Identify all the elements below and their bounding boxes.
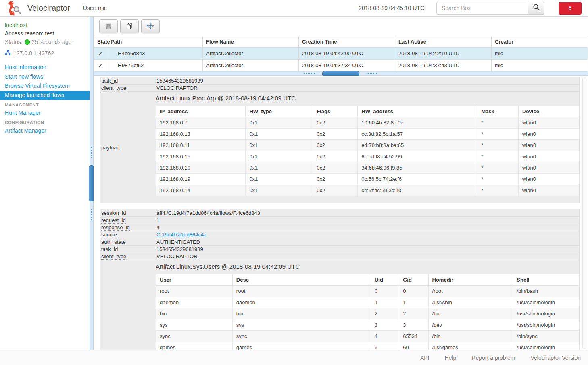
vertical-splitter[interactable] bbox=[90, 17, 94, 350]
sidebar-item-host-information[interactable]: Host Information bbox=[0, 63, 90, 72]
cell-homedir: /root bbox=[428, 286, 513, 297]
cell-hw-address: c4:9f:4c:59:3c:10 bbox=[358, 185, 477, 196]
trash-icon bbox=[104, 22, 113, 31]
artifact-column-header: Mask bbox=[477, 106, 519, 117]
cell-homedir: /bin bbox=[428, 331, 513, 342]
cell-device: wlan0 bbox=[518, 129, 579, 140]
flows-table: State Path Flow Name Creation Time Last … bbox=[94, 36, 588, 72]
cell-uid: 1 bbox=[371, 297, 399, 308]
cell-ip-address: 192.168.0.13 bbox=[156, 129, 246, 140]
search-icon bbox=[533, 4, 540, 12]
users-artifact-table: UserDescUidGidHomedirShell root root bbox=[156, 274, 579, 350]
search-button[interactable] bbox=[528, 2, 544, 15]
detail-row: request_id 1 bbox=[100, 217, 579, 224]
cell-uid: 5 bbox=[371, 342, 399, 350]
notification-count-button[interactable]: 6 bbox=[559, 2, 582, 15]
cell-mask: * bbox=[477, 129, 519, 140]
cell-user: games bbox=[156, 342, 233, 350]
flow-creation-time: 2018-08-19 04:42:00 UTC bbox=[299, 48, 395, 60]
cell-hw-type: 0x1 bbox=[246, 140, 313, 151]
cell-uid: 4 bbox=[371, 331, 399, 342]
detail-value: VELOCIRAPTOR bbox=[156, 85, 198, 91]
detail-row: session_id aff4:/C.19d4f7a1dd864c4a/flow… bbox=[100, 209, 579, 217]
artifact-data-row: 192.168.0.7 0x1 0x2 10:60:4b:82:8c:0e * … bbox=[156, 117, 579, 129]
flow-row[interactable]: ✓ F.9876bf62 ArtifactCollector 2018-08-1… bbox=[94, 60, 588, 72]
detail-value: aff4:/C.19d4f7a1dd864c4a/flows/F.4ce6d84… bbox=[156, 210, 260, 216]
flow-row-selected[interactable]: ✓ F.4ce6d843 ArtifactCollector 2018-08-1… bbox=[94, 48, 588, 60]
artifact-data-row: daemon daemon 1 1 /usr/sbin /usr/sbin/no… bbox=[156, 297, 579, 308]
col-path: Path bbox=[107, 36, 203, 48]
cell-flags: 0x2 bbox=[313, 174, 358, 185]
payload-key: payload bbox=[101, 145, 120, 151]
host-name-link[interactable]: localhost bbox=[5, 22, 85, 28]
cell-user: sync bbox=[156, 331, 233, 342]
cell-mask: * bbox=[477, 185, 519, 196]
flow-name: ArtifactCollector bbox=[203, 60, 299, 72]
footer-link[interactable]: API bbox=[420, 355, 430, 361]
footer-link[interactable]: Velociraptor Version bbox=[530, 355, 581, 361]
flow-creator: mic bbox=[492, 48, 588, 60]
cell-hw-type: 0x1 bbox=[246, 162, 313, 174]
arp-artifact-table: IP_addressHW_typeFlagsHW_addressMaskDevi… bbox=[156, 106, 579, 196]
cell-hw-address: 6c:ad:f8:d4:52:99 bbox=[358, 151, 477, 162]
cell-gid: 0 bbox=[399, 286, 428, 297]
copy-flow-button[interactable] bbox=[120, 19, 139, 33]
splitter-dots bbox=[304, 73, 315, 74]
detail-value: C.19d4f7a1dd864c4a bbox=[156, 232, 206, 238]
jump-to-flow-button[interactable] bbox=[141, 19, 160, 33]
flow-response-section: session_id aff4:/C.19d4f7a1dd864c4a/flow… bbox=[100, 209, 580, 350]
sidebar-item-hunt-manager[interactable]: Hunt Manager bbox=[0, 108, 90, 118]
cell-ip-address: 192.168.0.11 bbox=[156, 140, 246, 151]
cell-hw-address: 0c:56:5c:74:2e:f6 bbox=[358, 174, 477, 185]
sidebar-item-artifact-manager[interactable]: Artifact Manager bbox=[0, 126, 90, 135]
payload-row: Artifact Linux.Sys.Users @ 2018-08-19 04… bbox=[100, 260, 579, 350]
network-cluster-icon bbox=[5, 50, 13, 56]
artifact-data-row: 192.168.0.14 0x1 0x2 c4:9f:4c:59:3c:10 *… bbox=[156, 185, 579, 196]
cell-hw-address: e4:70:b8:3a:ba:65 bbox=[358, 140, 477, 151]
footer-link[interactable]: Report a problem bbox=[471, 355, 515, 361]
artifact-column-header: User bbox=[156, 274, 233, 286]
detail-value: 1534654329681939 bbox=[156, 78, 203, 84]
cell-shell: /usr/sbin/nologin bbox=[513, 308, 579, 319]
sidebar-item-browse-virtual-filesystem[interactable]: Browse Virtual Filesystem bbox=[0, 81, 90, 91]
cell-mask: * bbox=[477, 117, 519, 129]
detail-scrollbar[interactable] bbox=[582, 77, 586, 349]
detail-key: response_id bbox=[101, 224, 130, 231]
artifact-column-header: HW_type bbox=[246, 106, 313, 117]
cell-mask: * bbox=[477, 151, 519, 162]
cell-device: wlan0 bbox=[518, 140, 579, 151]
delete-flow-button[interactable] bbox=[99, 19, 118, 33]
footer: APIHelpReport a problemVelociraptor Vers… bbox=[0, 350, 588, 365]
cell-gid: 3 bbox=[399, 319, 428, 331]
flow-path: F.4ce6d843 bbox=[107, 48, 203, 60]
cell-user: root bbox=[156, 286, 233, 297]
artifact-data-row: 192.168.0.10 0x1 0x2 34:6b:46:96:f9:85 *… bbox=[156, 162, 579, 174]
host-address-value: 127.0.0.1:43762 bbox=[13, 50, 54, 56]
middle-region: localhost Access reason: test Status: 25… bbox=[0, 17, 588, 350]
cell-hw-address: 34:6b:46:96:f9:85 bbox=[358, 162, 477, 174]
detail-row: task_id 1534654329681939 bbox=[100, 77, 579, 85]
sidebar-item-start-new-flows[interactable]: Start new flows bbox=[0, 72, 90, 81]
artifact-column-header: IP_address bbox=[156, 106, 246, 117]
detail-row: client_type VELOCIRAPTOR bbox=[100, 253, 579, 260]
sidebar-nav: Host Information Start new flows Browse … bbox=[0, 63, 90, 135]
col-creator: Creator bbox=[492, 36, 588, 48]
col-state: State bbox=[94, 36, 107, 48]
sidebar-section-configuration: CONFIGURATION bbox=[0, 118, 90, 126]
search-input[interactable] bbox=[436, 2, 528, 15]
velociraptor-logo-icon[interactable] bbox=[6, 0, 22, 16]
horizontal-splitter[interactable] bbox=[94, 72, 588, 76]
detail-key: source bbox=[101, 232, 117, 238]
cell-flags: 0x2 bbox=[313, 129, 358, 140]
detail-value: AUTHENTICATED bbox=[156, 239, 200, 245]
artifact-data-row: sys sys 3 3 /dev /usr/sbin/nologin bbox=[156, 319, 579, 331]
cell-device: wlan0 bbox=[518, 162, 579, 174]
footer-link[interactable]: Help bbox=[445, 355, 457, 361]
cell-gid: 2 bbox=[399, 308, 428, 319]
cell-hw-type: 0x1 bbox=[246, 151, 313, 162]
search-box-group bbox=[436, 2, 544, 15]
sidebar-item-manage-launched-flows[interactable]: Manage launched flows bbox=[0, 91, 90, 100]
cell-homedir: /usr/games bbox=[428, 342, 513, 350]
host-status: Status: 25 seconds ago bbox=[5, 39, 85, 45]
cell-hw-address: 10:60:4b:82:8c:0e bbox=[358, 117, 477, 129]
